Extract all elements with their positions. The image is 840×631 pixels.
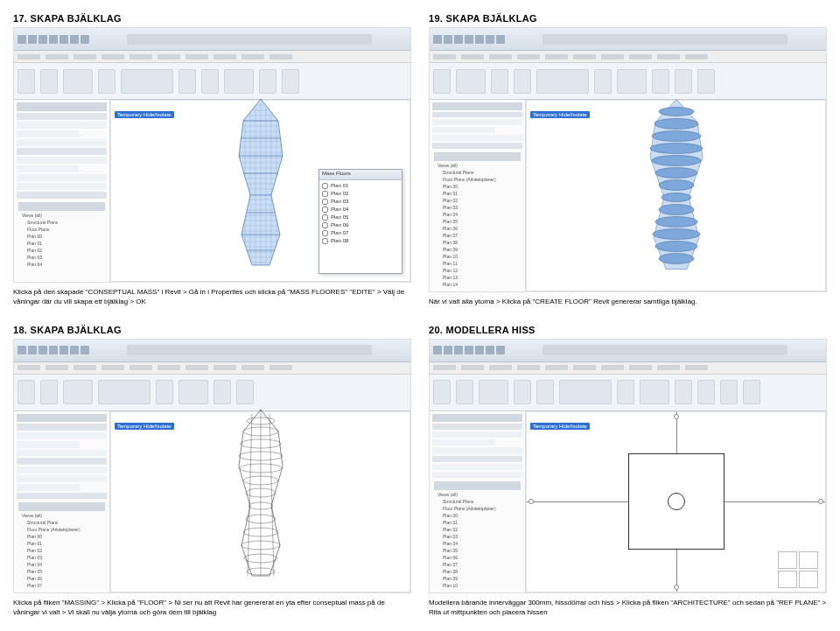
tool-button[interactable] <box>514 380 531 404</box>
tool-button[interactable] <box>720 380 738 404</box>
plan-checkbox[interactable]: Plan 02 <box>322 191 399 197</box>
svg-point-10 <box>652 131 701 142</box>
grid-bubble[interactable] <box>818 499 823 504</box>
detail-thumb[interactable] <box>799 571 818 588</box>
tool-button[interactable] <box>675 69 692 94</box>
tool-button[interactable] <box>456 380 473 404</box>
tool-button[interactable] <box>98 69 116 94</box>
mass-floors-dialog[interactable]: Mass Floors Plan 01 Plan 02 Plan 03 Plan… <box>318 169 402 274</box>
tool-button[interactable] <box>236 380 254 404</box>
heading-18: 18. SKAPA BJÄLKLAG <box>13 325 411 335</box>
plan-checkbox[interactable]: Plan 08 <box>322 238 399 244</box>
tool-button[interactable] <box>697 380 715 404</box>
hide-isolate-badge: Temporary Hide/Isolate <box>115 416 174 431</box>
tool-button[interactable] <box>259 69 276 94</box>
tool-button[interactable] <box>743 380 760 404</box>
tool-button[interactable] <box>40 380 58 404</box>
tool-button[interactable] <box>63 69 93 94</box>
tool-button[interactable] <box>456 69 486 94</box>
tool-button[interactable] <box>652 69 669 94</box>
mass-wireframe[interactable] <box>208 405 313 580</box>
tool-button[interactable] <box>178 380 208 404</box>
elevator-plan[interactable] <box>668 493 685 510</box>
tool-button[interactable] <box>697 69 715 94</box>
tool-button[interactable] <box>224 69 254 94</box>
tool-group[interactable] <box>121 69 173 94</box>
tool-button[interactable] <box>491 69 508 94</box>
tool-button[interactable] <box>63 380 93 404</box>
heading-19: 19. SKAPA BJÄLKLAG <box>429 13 827 24</box>
grid-bubble[interactable] <box>674 585 679 590</box>
svg-line-35 <box>248 414 252 576</box>
svg-point-14 <box>659 180 694 191</box>
caption-18: Klicka på fliken "MASSING" > Klicka på "… <box>13 599 411 618</box>
plan-checkbox[interactable]: Plan 04 <box>322 207 399 213</box>
tool-button[interactable] <box>201 69 219 94</box>
properties-panel: Views (all) Structural Plans Floor Plans… <box>14 411 110 593</box>
project-browser[interactable]: Views (all) Structural Plans Floor Plans… <box>17 501 107 590</box>
plan-checkbox[interactable]: Plan 07 <box>322 230 399 236</box>
plan-checkbox[interactable]: Plan 03 <box>322 199 399 205</box>
tool-button[interactable] <box>18 69 35 94</box>
step-20: 20. MODELLERA HISS Views (all) Structura… <box>429 325 827 619</box>
svg-point-17 <box>655 217 697 228</box>
svg-point-12 <box>652 156 701 166</box>
viewport-3d[interactable]: Temporary Hide/Isolate <box>526 100 826 291</box>
tool-group[interactable] <box>559 380 612 404</box>
svg-line-36 <box>270 414 274 576</box>
plan-checkbox[interactable]: Plan 06 <box>322 222 399 228</box>
detail-thumb[interactable] <box>799 551 818 569</box>
window-title <box>127 34 372 45</box>
screenshot-18: Views (all) Structural Plans Floor Plans… <box>13 339 411 594</box>
viewport-plan[interactable]: Temporary Hide/Isolate <box>526 411 826 593</box>
tool-group[interactable] <box>536 69 589 94</box>
project-browser[interactable]: Views (all) Structural Plans Floor Plans… <box>432 151 522 289</box>
tool-button[interactable] <box>594 69 612 94</box>
detail-thumb[interactable] <box>778 551 797 569</box>
tool-button[interactable] <box>536 380 554 404</box>
viewport-3d[interactable]: Temporary Hide/Isolate Mass Floors Plan … <box>110 100 410 282</box>
floor-outline[interactable] <box>628 453 724 550</box>
tool-button[interactable] <box>156 380 173 404</box>
tool-button[interactable] <box>433 380 451 404</box>
tool-button[interactable] <box>617 380 634 404</box>
app-titlebar <box>430 340 826 362</box>
tool-button[interactable] <box>214 380 231 404</box>
mass-model-floors[interactable] <box>615 95 738 278</box>
tool-button[interactable] <box>617 69 647 94</box>
tool-button[interactable] <box>18 380 35 404</box>
detail-thumb[interactable] <box>778 571 797 588</box>
caption-19: När vi valt alla ytorna > Klicka på "CRE… <box>429 298 827 307</box>
step-19: 19. SKAPA BJÄLKLAG Views (all) Structura… <box>429 13 827 307</box>
tool-button[interactable] <box>675 380 692 404</box>
tool-group[interactable] <box>98 380 150 404</box>
project-browser[interactable]: Views (all) Structural Plans Floor Plans… <box>432 480 522 590</box>
app-titlebar <box>430 28 826 51</box>
tool-button[interactable] <box>640 380 669 404</box>
ribbon-tabs <box>430 51 826 63</box>
project-browser[interactable]: Views (all)Structural PlansFloor PlansPl… <box>17 200 107 269</box>
tool-button[interactable] <box>178 69 196 94</box>
viewport-3d[interactable]: Temporary Hide/Isolate <box>110 411 410 593</box>
plan-checkbox[interactable]: Plan 05 <box>322 214 399 221</box>
svg-point-9 <box>654 119 698 130</box>
caption-20: Modellera bärande innerväggar 300mm, his… <box>429 599 827 618</box>
window-title <box>127 345 372 355</box>
tool-button[interactable] <box>433 69 451 94</box>
ribbon-tabs <box>430 362 826 375</box>
plan-checkbox[interactable]: Plan 01 <box>322 183 399 189</box>
mass-model[interactable] <box>208 95 313 270</box>
svg-point-15 <box>662 193 691 202</box>
tool-button[interactable] <box>479 380 508 404</box>
tool-button[interactable] <box>514 69 531 94</box>
quick-access <box>433 346 505 354</box>
grid-bubble[interactable] <box>528 499 534 504</box>
app-titlebar <box>14 28 410 51</box>
grid-bubble[interactable] <box>674 414 679 419</box>
quick-access <box>433 35 505 44</box>
svg-point-11 <box>650 144 703 154</box>
quick-access <box>18 346 89 354</box>
tool-button[interactable] <box>282 69 299 94</box>
tool-button[interactable] <box>40 69 58 94</box>
ribbon-tools <box>430 375 826 411</box>
